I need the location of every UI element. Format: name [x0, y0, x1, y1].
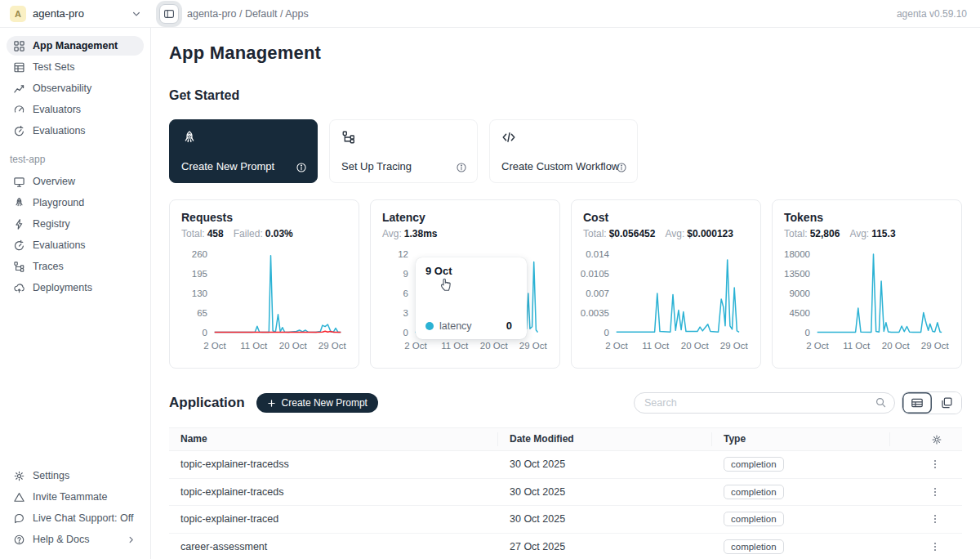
- get-started-cards: Create New Prompt Set Up Tracing Create …: [169, 119, 962, 183]
- sidebar-item-invite-teammate[interactable]: Invite Teammate: [7, 487, 144, 507]
- sidebar-item-live-chat[interactable]: Live Chat Support: Off: [7, 508, 144, 528]
- stat-value: 0.03%: [265, 228, 293, 239]
- y-tick-label: 3: [403, 309, 408, 318]
- x-tick-label: 20 Oct: [279, 341, 307, 351]
- get-started-title: Get Started: [169, 88, 962, 103]
- tooltip-value: 0: [506, 320, 517, 332]
- column-settings-gear-icon[interactable]: [931, 432, 942, 446]
- chart-stats: Total:$0.056452 Avg:$0.000123: [583, 228, 749, 239]
- sidebar-item-evaluations-app[interactable]: Evaluations: [7, 235, 144, 255]
- question-icon: [13, 534, 25, 546]
- create-new-prompt-card[interactable]: Create New Prompt: [169, 119, 318, 183]
- chart-area: 1800013500900045000 2 Oct11 Oct20 Oct29 …: [784, 246, 950, 352]
- sidebar-spacer: [7, 299, 144, 466]
- chart-stats: Total:458 Failed:0.03%: [181, 228, 347, 239]
- stat-label: Avg:: [382, 228, 402, 239]
- row-menu-icon[interactable]: [929, 513, 941, 525]
- table-row[interactable]: topic-explainer-tracedss 30 Oct 2025 com…: [169, 451, 962, 479]
- y-tick-label: 13500: [784, 270, 810, 279]
- y-tick-label: 195: [192, 270, 207, 279]
- sidebar-item-settings[interactable]: Settings: [7, 466, 144, 485]
- app-name-cell: topic-explainer-traced: [169, 513, 498, 525]
- row-menu-icon[interactable]: [929, 541, 941, 552]
- y-tick-label: 18000: [784, 250, 810, 259]
- search-input[interactable]: [634, 392, 895, 414]
- cost-chart-card: Cost Total:$0.056452 Avg:$0.000123 0.014…: [571, 199, 761, 369]
- x-tick-label: 29 Oct: [921, 341, 949, 351]
- table-header-row: Name Date Modified Type: [169, 427, 962, 451]
- sidebar-item-test-sets[interactable]: Test Sets: [7, 57, 144, 77]
- app-name-cell: career-assessment: [169, 541, 498, 552]
- create-button-label: Create New Prompt: [282, 397, 368, 409]
- card-view-button[interactable]: [932, 392, 961, 414]
- sidebar-item-label: Live Chat Support: Off: [33, 512, 133, 524]
- y-axis-ticks: 260195130650: [181, 250, 212, 338]
- workspace-switcher[interactable]: A agenta-pro: [0, 6, 151, 22]
- row-menu-icon[interactable]: [929, 486, 941, 498]
- y-tick-label: 9000: [789, 289, 810, 298]
- sidebar-item-label: Traces: [33, 261, 64, 272]
- table-view-button[interactable]: [902, 392, 932, 414]
- sidebar-item-label: Evaluators: [33, 104, 81, 115]
- stat-value: $0.056452: [609, 228, 656, 239]
- sidebar-item-app-management[interactable]: App Management: [7, 36, 144, 56]
- column-header-type: Type: [712, 432, 890, 446]
- code-icon: [501, 130, 516, 145]
- table-row[interactable]: career-assessment 27 Oct 2025 completion: [169, 534, 962, 559]
- table-row[interactable]: topic-explainer-traceds 30 Oct 2025 comp…: [169, 479, 962, 507]
- sidebar-item-evaluations[interactable]: Evaluations: [7, 121, 144, 141]
- rocket-icon: [181, 130, 198, 146]
- row-menu-icon[interactable]: [929, 458, 941, 470]
- chart-title: Requests: [181, 211, 347, 224]
- sidebar-item-label: Registry: [33, 218, 70, 230]
- sidebar-item-observability[interactable]: Observability: [7, 78, 144, 98]
- card-label: Set Up Tracing: [341, 160, 412, 172]
- x-tick-label: 29 Oct: [519, 341, 547, 351]
- type-badge: completion: [724, 457, 784, 472]
- tokens-chart-card: Tokens Total:52,806 Avg:115.3 1800013500…: [772, 199, 962, 369]
- x-tick-label: 20 Oct: [480, 341, 508, 351]
- sidebar-toggle-button[interactable]: [159, 4, 179, 24]
- sidebar-item-playground[interactable]: Playground: [7, 193, 144, 212]
- sidebar-item-label: Evaluations: [33, 239, 86, 251]
- sidebar-item-label: Test Sets: [33, 61, 74, 73]
- y-tick-label: 12: [398, 250, 408, 259]
- triangle-icon: [13, 491, 25, 503]
- create-new-prompt-button[interactable]: Create New Prompt: [256, 393, 378, 413]
- chart-area: 260195130650 2 Oct11 Oct20 Oct29 Oct: [181, 246, 347, 352]
- table-row[interactable]: topic-explainer-traced 30 Oct 2025 compl…: [169, 506, 962, 534]
- sidebar-item-help-docs[interactable]: Help & Docs: [7, 530, 144, 549]
- series-dot-icon: [425, 322, 434, 330]
- sidebar-item-evaluators[interactable]: Evaluators: [7, 100, 144, 119]
- sidebar-item-deployments[interactable]: Deployments: [7, 278, 144, 297]
- chart-title: Tokens: [784, 211, 950, 224]
- stat-value: 115.3: [871, 228, 895, 239]
- app-version: agenta v0.59.10: [897, 8, 980, 20]
- sidebar-item-label: Evaluations: [33, 125, 86, 136]
- type-badge: completion: [724, 539, 784, 554]
- sidebar-item-overview[interactable]: Overview: [7, 172, 144, 191]
- monitor-icon: [13, 176, 25, 188]
- tree-icon: [341, 130, 356, 145]
- lightning-icon: [13, 218, 25, 230]
- x-tick-label: 29 Oct: [720, 341, 748, 351]
- x-tick-label: 2 Oct: [806, 341, 828, 351]
- info-icon[interactable]: [296, 162, 307, 173]
- search-box: [634, 392, 895, 414]
- tree-icon: [13, 261, 25, 273]
- x-tick-label: 11 Oct: [441, 341, 468, 351]
- x-axis-ticks: 2 Oct11 Oct20 Oct29 Oct: [413, 341, 544, 352]
- info-icon[interactable]: [616, 162, 627, 173]
- y-tick-label: 130: [192, 289, 207, 298]
- sidebar-item-label: Deployments: [33, 282, 92, 293]
- info-icon[interactable]: [456, 162, 467, 173]
- chart-title: Cost: [583, 211, 749, 224]
- search-icon[interactable]: [875, 396, 887, 409]
- sidebar-item-traces[interactable]: Traces: [7, 257, 144, 276]
- date-modified-cell: 27 Oct 2025: [498, 541, 712, 552]
- sidebar-item-registry[interactable]: Registry: [7, 214, 144, 234]
- stat-value: 458: [207, 228, 224, 239]
- set-up-tracing-card[interactable]: Set Up Tracing: [329, 119, 478, 183]
- create-custom-workflow-card[interactable]: Create Custom Workflow: [489, 119, 638, 183]
- breadcrumb[interactable]: agenta-pro / Default / Apps: [187, 8, 309, 20]
